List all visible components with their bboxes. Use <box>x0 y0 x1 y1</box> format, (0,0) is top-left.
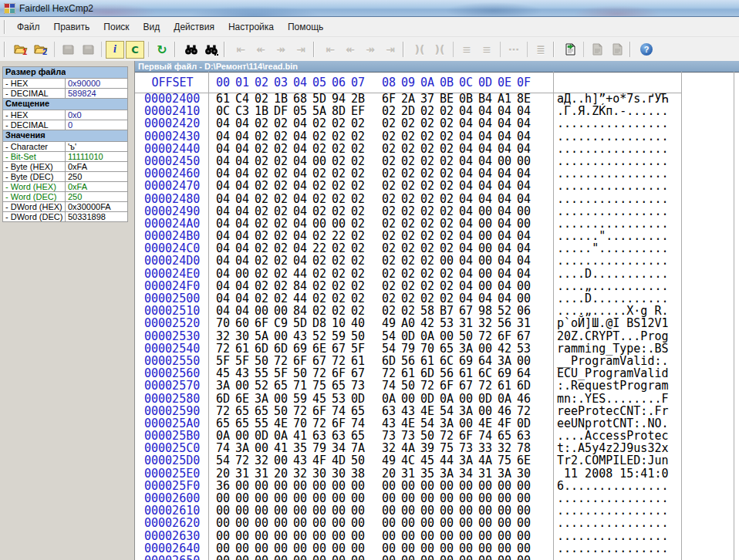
hex-byte[interactable]: 02 <box>274 155 293 167</box>
hex-byte[interactable]: 04 <box>459 280 478 292</box>
hex-row[interactable]: 0000265000000000000000000000000000000000… <box>135 555 739 560</box>
hex-byte[interactable]: 00 <box>382 530 401 542</box>
hex-byte[interactable]: 04 <box>517 255 536 267</box>
hex-row[interactable]: 000024C004040202042202020202020204000404… <box>135 242 739 255</box>
hex-byte[interactable]: 00 <box>332 517 351 529</box>
hex-byte[interactable]: 00 <box>478 517 498 529</box>
hex-byte[interactable]: 04 <box>517 268 536 280</box>
hex-byte[interactable]: 50 <box>401 380 420 392</box>
hex-byte[interactable]: 00 <box>382 517 401 529</box>
hex-byte[interactable]: 04 <box>216 180 235 192</box>
hex-byte[interactable]: 04 <box>235 218 255 230</box>
hex-byte[interactable]: 30 <box>517 467 536 480</box>
hex-byte[interactable]: 04 <box>478 167 498 180</box>
align-offsets-1-button[interactable]: ≡ <box>457 41 476 59</box>
hex-byte[interactable]: 02 <box>274 218 293 230</box>
hex-byte[interactable]: 31 <box>517 317 536 329</box>
hex-byte[interactable]: 04 <box>517 105 536 117</box>
hex-byte[interactable]: 3A <box>459 342 478 355</box>
hex-byte[interactable]: 04 <box>235 143 255 155</box>
toolbar-grip[interactable] <box>174 42 177 57</box>
hex-byte[interactable]: 00 <box>216 492 235 504</box>
hex-byte[interactable]: A1 <box>498 93 517 105</box>
hex-row-bytes[interactable]: 04040202040202020202020204040404 <box>216 167 536 180</box>
hex-byte[interactable]: 04 <box>517 230 536 242</box>
hex-byte[interactable]: 67 <box>517 330 536 342</box>
hex-byte[interactable]: 02 <box>382 167 401 180</box>
hex-byte[interactable]: 3A <box>235 442 255 454</box>
hex-row-ascii[interactable]: .....".......... <box>557 242 669 255</box>
hex-byte[interactable]: 44 <box>440 454 459 467</box>
hex-byte[interactable]: 6F <box>293 355 312 367</box>
hex-byte[interactable]: 04 <box>235 255 255 267</box>
hex-byte[interactable]: 72 <box>440 430 459 442</box>
hex-byte[interactable]: 00 <box>420 517 440 529</box>
hex-byte[interactable]: 00 <box>274 542 293 555</box>
hex-row-bytes[interactable]: 0CC31BDF055A8DEF022D020204040404 <box>216 105 536 117</box>
hex-row-ascii[interactable]: 6............... <box>557 480 669 492</box>
hex-byte[interactable]: 50 <box>255 355 274 367</box>
hex-row-ascii[interactable]: ................ <box>557 167 669 180</box>
hex-byte[interactable]: 02 <box>312 255 332 267</box>
hex-byte[interactable]: 73 <box>401 430 420 442</box>
hex-byte[interactable]: 02 <box>382 268 401 280</box>
hex-row-bytes[interactable]: 61C4021B685D942B6F2A37BE0BB4A18E <box>216 93 536 105</box>
hex-byte[interactable]: 00 <box>235 504 255 517</box>
hex-byte[interactable]: 2A <box>401 93 420 105</box>
hex-byte[interactable]: 4C <box>401 454 420 467</box>
hex-byte[interactable]: 04 <box>498 117 517 130</box>
hex-row-bytes[interactable]: 00000000000000000000000000000000 <box>216 530 536 542</box>
hex-byte[interactable]: 31 <box>478 467 498 480</box>
hex-byte[interactable]: 00 <box>478 218 498 230</box>
hex-byte[interactable]: 02 <box>401 242 420 255</box>
hex-byte[interactable]: 04 <box>498 268 517 280</box>
hex-row[interactable]: 0000246004040202040202020202020204040404… <box>135 167 739 180</box>
hex-byte[interactable]: 04 <box>216 268 235 280</box>
hex-byte[interactable]: 84 <box>293 280 312 292</box>
hex-byte[interactable]: 00 <box>478 542 498 555</box>
hex-byte[interactable]: 35 <box>293 442 312 454</box>
hex-byte[interactable]: 61 <box>235 342 255 355</box>
hex-byte[interactable]: 61 <box>420 355 440 367</box>
hex-byte[interactable]: 00 <box>459 492 478 504</box>
hex-byte[interactable]: 04 <box>459 180 478 192</box>
hex-byte[interactable]: 04 <box>459 155 478 167</box>
hex-byte[interactable]: 02 <box>274 143 293 155</box>
hex-row-ascii[interactable]: ramming_Type:.BS <box>557 342 669 355</box>
hex-row-bytes[interactable]: 32305A0043525950540D0A0050726F67 <box>216 330 536 342</box>
hex-row-bytes[interactable]: 04040202040202020202020204040404 <box>216 130 536 143</box>
hex-byte[interactable]: C9 <box>274 317 293 329</box>
hex-byte[interactable]: 00 <box>517 155 536 167</box>
hex-byte[interactable]: 00 <box>498 504 517 517</box>
hex-byte[interactable]: 45 <box>420 454 440 467</box>
recompare-button[interactable]: ↻ <box>153 41 171 59</box>
hex-byte[interactable]: D8 <box>312 317 332 329</box>
hex-byte[interactable]: 72 <box>312 367 332 380</box>
hex-byte[interactable]: 00 <box>440 255 459 267</box>
hex-byte[interactable]: 5A <box>312 105 332 117</box>
hex-byte[interactable]: 02 <box>401 292 420 305</box>
hex-byte[interactable]: 72 <box>216 405 235 417</box>
hex-byte[interactable]: 04 <box>517 117 536 130</box>
hex-byte[interactable]: 00 <box>274 530 293 542</box>
hex-byte[interactable]: 04 <box>293 167 312 180</box>
hex-row-ascii[interactable]: ................ <box>557 530 669 542</box>
hex-byte[interactable]: 00 <box>478 280 498 292</box>
hex-byte[interactable]: 00 <box>517 355 536 367</box>
hex-row[interactable]: 0000252070606FC95DD8104049A0425331325631… <box>135 317 739 329</box>
hex-byte[interactable]: 04 <box>216 292 235 305</box>
hex-byte[interactable]: 50 <box>274 405 293 417</box>
hex-byte[interactable]: 02 <box>255 130 274 143</box>
hex-byte[interactable]: 5F <box>216 355 235 367</box>
hex-byte[interactable]: 72 <box>332 355 351 367</box>
hex-byte[interactable]: 02 <box>332 280 351 292</box>
hex-byte[interactable]: 02 <box>312 268 332 280</box>
hex-row-bytes[interactable]: 54723200434F4D50494C45443A4A756E <box>216 454 536 467</box>
hex-byte[interactable]: 00 <box>255 480 274 492</box>
hex-byte[interactable]: 04 <box>235 117 255 130</box>
hex-byte[interactable]: 02 <box>351 167 370 180</box>
hex-byte[interactable]: 50 <box>351 454 370 467</box>
hex-row-ascii[interactable]: ....„.....X·g R. <box>557 305 669 317</box>
hex-byte[interactable]: 72 <box>216 342 235 355</box>
hex-byte[interactable]: 32 <box>293 467 312 480</box>
